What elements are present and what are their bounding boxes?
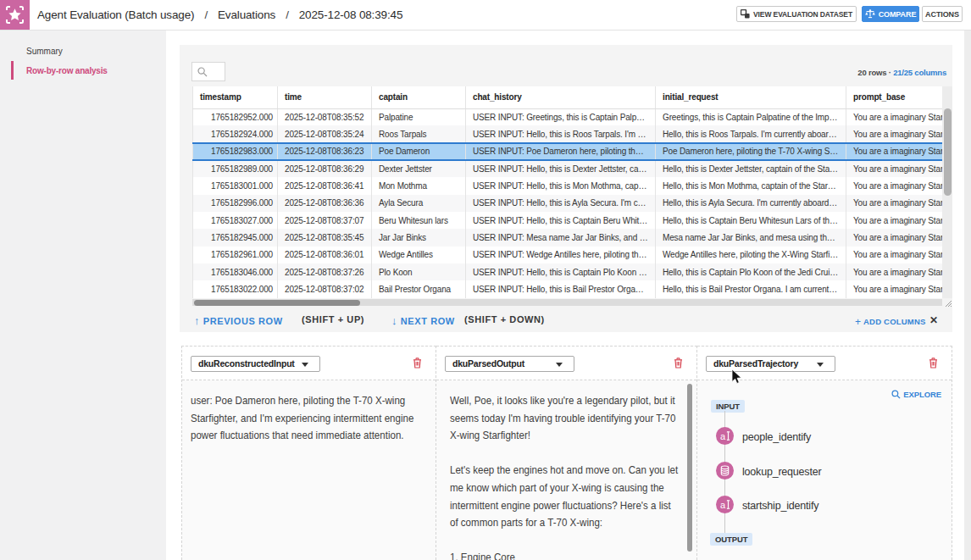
svg-text:a: a (720, 431, 726, 441)
svg-text:a: a (720, 500, 726, 510)
